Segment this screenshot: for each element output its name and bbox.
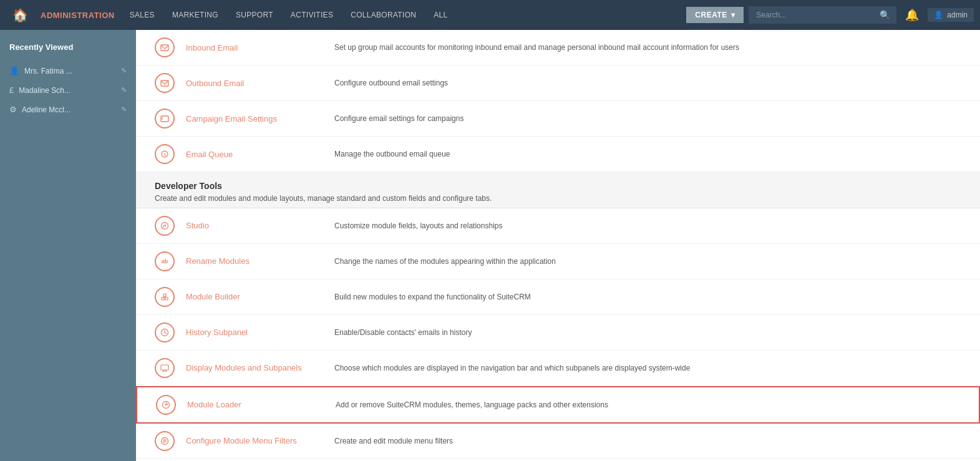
sidebar-item-0[interactable]: 👤 Mrs. Fatima ... ✎ <box>0 61 136 80</box>
svg-rect-9 <box>163 294 166 296</box>
svg-rect-8 <box>165 298 168 300</box>
display-modules-desc: Choose which modules are displayed in th… <box>334 364 961 372</box>
studio-link[interactable]: Studio <box>186 221 323 230</box>
inbound-email-desc: Set up group mail accounts for monitorin… <box>334 43 961 52</box>
edit-icon-0[interactable]: ✎ <box>121 67 127 75</box>
sidebar-label-0: Mrs. Fatima ... <box>24 67 72 75</box>
list-item-inbound-email: Inbound Email Set up group mail accounts… <box>136 30 980 66</box>
sidebar-label-1: Madaline Sch... <box>19 86 70 95</box>
user-menu[interactable]: 👤 admin <box>928 8 974 22</box>
nav-activities[interactable]: ACTIVITIES <box>282 0 342 30</box>
history-subpanel-link[interactable]: History Subpanel <box>186 328 323 337</box>
content-area: Inbound Email Set up group mail accounts… <box>136 30 980 461</box>
sidebar: Recently Viewed 👤 Mrs. Fatima ... ✎ £ Ma… <box>0 30 136 461</box>
brand-label: ADMINISTRATION <box>34 11 121 20</box>
configure-module-menu-desc: Create and edit module menu filters <box>334 437 961 445</box>
outbound-email-link[interactable]: Outbound Email <box>186 79 323 88</box>
nav-sales[interactable]: SALES <box>121 0 163 30</box>
outbound-email-icon <box>155 73 175 93</box>
developer-tools-title: Developer Tools <box>155 181 961 191</box>
list-item-outbound-email: Outbound Email Configure outbound email … <box>136 66 980 101</box>
email-queue-link[interactable]: Email Queue <box>186 150 323 159</box>
list-item-studio: Studio Customize module fields, layouts … <box>136 208 980 244</box>
list-item-email-queue: Email Queue Manage the outbound email qu… <box>136 137 980 172</box>
developer-tools-desc: Create and edit modules and module layou… <box>155 193 961 204</box>
sidebar-item-1[interactable]: £ Madaline Sch... ✎ <box>0 80 136 100</box>
email-queue-icon <box>155 144 175 164</box>
module-builder-desc: Build new modules to expand the function… <box>334 293 961 301</box>
module-loader-link[interactable]: Module Loader <box>187 400 324 409</box>
nav-all[interactable]: ALL <box>425 0 456 30</box>
sidebar-title: Recently Viewed <box>0 39 136 61</box>
user-icon: 👤 <box>934 11 943 19</box>
list-item-display-modules: Display Modules and Subpanels Choose whi… <box>136 351 980 386</box>
list-item-module-builder: Module Builder Build new modules to expa… <box>136 279 980 315</box>
campaign-email-link[interactable]: Campaign Email Settings <box>186 114 323 124</box>
gear-icon: ⚙ <box>9 105 17 114</box>
configure-module-menu-link[interactable]: Configure Module Menu Filters <box>186 436 323 445</box>
sidebar-label-2: Adeline Mccl... <box>22 105 70 114</box>
search-button[interactable]: 🔍 <box>873 6 896 24</box>
list-item-rename-modules: ab Rename Modules Change the names of th… <box>136 244 980 279</box>
nav-support[interactable]: SUPPORT <box>227 0 282 30</box>
module-loader-icon <box>156 395 176 415</box>
svg-point-13 <box>165 404 167 405</box>
main-layout: Recently Viewed 👤 Mrs. Fatima ... ✎ £ Ma… <box>0 30 980 461</box>
developer-tools-section: Developer Tools Create and edit modules … <box>136 172 980 461</box>
history-subpanel-icon <box>155 323 175 342</box>
nav-collaboration[interactable]: COLLABORATION <box>342 0 425 30</box>
home-icon[interactable]: 🏠 <box>6 7 34 22</box>
user-icon: 👤 <box>9 66 19 75</box>
inbound-email-link[interactable]: Inbound Email <box>186 43 323 52</box>
nav-items: SALES MARKETING SUPPORT ACTIVITIES COLLA… <box>121 0 457 30</box>
list-item-module-loader: Module Loader Add or remove SuiteCRM mod… <box>136 386 980 424</box>
display-modules-link[interactable]: Display Modules and Subpanels <box>186 363 323 372</box>
sidebar-item-2[interactable]: ⚙ Adeline Mccl... ✎ <box>0 100 136 119</box>
email-section: Inbound Email Set up group mail accounts… <box>136 30 980 172</box>
email-queue-desc: Manage the outbound email queue <box>334 150 961 158</box>
rename-modules-link[interactable]: Rename Modules <box>186 256 323 266</box>
studio-desc: Customize module fields, layouts and rel… <box>334 221 961 230</box>
history-subpanel-desc: Enable/Disable contacts' emails in histo… <box>334 328 961 337</box>
rename-modules-icon: ab <box>155 251 175 271</box>
notification-button[interactable]: 🔔 <box>901 6 923 24</box>
list-item-configure-module-menu: Configure Module Menu Filters Create and… <box>136 424 980 459</box>
svg-rect-7 <box>162 298 164 300</box>
campaign-email-icon <box>155 109 175 129</box>
create-button[interactable]: CREATE ▾ <box>686 7 744 23</box>
rename-modules-desc: Change the names of the modules appearin… <box>334 257 961 266</box>
pound-icon: £ <box>9 85 14 95</box>
list-item-history-subpanel: History Subpanel Enable/Disable contacts… <box>136 315 980 351</box>
edit-icon-2[interactable]: ✎ <box>121 105 127 114</box>
outbound-email-desc: Configure outbound email settings <box>334 79 961 87</box>
module-loader-desc: Add or remove SuiteCRM modules, themes, … <box>336 400 960 409</box>
inbound-email-icon <box>155 37 175 57</box>
module-builder-link[interactable]: Module Builder <box>186 292 323 301</box>
configure-module-menu-icon <box>155 431 175 451</box>
svg-rect-0 <box>161 45 168 51</box>
search-input[interactable] <box>749 7 873 23</box>
svg-rect-11 <box>161 365 168 370</box>
nav-right: CREATE ▾ 🔍 🔔 👤 admin <box>686 6 974 24</box>
campaign-email-desc: Configure email settings for campaigns <box>334 114 961 123</box>
studio-icon <box>155 216 175 236</box>
admin-label: admin <box>947 11 968 19</box>
module-builder-icon <box>155 287 175 307</box>
developer-tools-header: Developer Tools Create and edit modules … <box>136 172 980 208</box>
list-item-campaign-email: Campaign Email Settings Configure email … <box>136 101 980 137</box>
nav-marketing[interactable]: MARKETING <box>163 0 227 30</box>
edit-icon-1[interactable]: ✎ <box>121 86 127 94</box>
display-modules-icon <box>155 358 175 378</box>
top-nav: 🏠 ADMINISTRATION SALES MARKETING SUPPORT… <box>0 0 980 30</box>
